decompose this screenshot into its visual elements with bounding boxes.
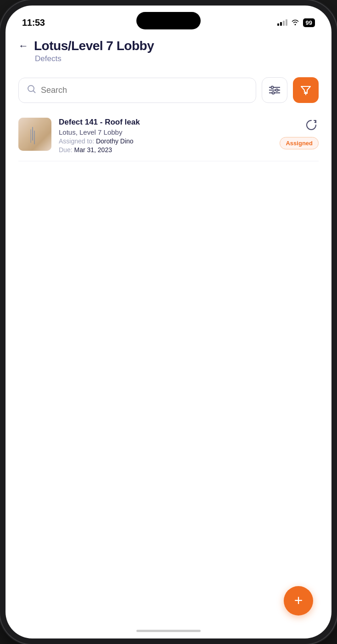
defect-due: Due: Mar 31, 2023 xyxy=(59,146,272,154)
svg-point-5 xyxy=(276,89,278,91)
search-icon xyxy=(27,85,36,96)
defect-info: Defect 141 - Roof leak Lotus, Level 7 Lo… xyxy=(59,118,272,154)
dynamic-island xyxy=(136,12,201,29)
status-time: 11:53 xyxy=(22,17,45,28)
back-button[interactable]: ← xyxy=(18,40,28,52)
signal-bar-4 xyxy=(286,19,287,26)
back-row: ← Lotus/Level 7 Lobby xyxy=(18,39,319,53)
signal-bar-2 xyxy=(280,22,282,26)
search-container[interactable] xyxy=(18,78,256,103)
status-icons: 99 xyxy=(277,18,315,27)
add-icon: + xyxy=(294,593,303,608)
main-content: ← Lotus/Level 7 Lobby Defects xyxy=(6,31,331,638)
active-filter-button[interactable] xyxy=(293,77,319,103)
defect-title: Defect 141 - Roof leak xyxy=(59,118,272,127)
defect-thumbnail xyxy=(18,118,51,151)
status-badge: Assigned xyxy=(280,137,319,149)
phone-frame: 11:53 99 xyxy=(0,0,337,644)
home-indicator xyxy=(136,630,201,632)
defect-card[interactable]: Defect 141 - Roof leak Lotus, Level 7 Lo… xyxy=(18,110,319,161)
filter-active-icon xyxy=(300,85,312,96)
defect-assigned: Assigned to: Dorothy Dino xyxy=(59,137,272,145)
defect-status-col: Assigned xyxy=(280,118,319,149)
filter-settings-button[interactable] xyxy=(262,77,287,103)
defect-location: Lotus, Level 7 Lobby xyxy=(59,128,272,136)
search-input[interactable] xyxy=(41,85,247,95)
due-label: Due: xyxy=(59,146,74,154)
sliders-icon xyxy=(269,85,280,95)
signal-bar-3 xyxy=(283,21,285,26)
add-defect-fab[interactable]: + xyxy=(284,586,313,616)
wifi-icon xyxy=(291,19,299,27)
signal-bars-icon xyxy=(277,19,287,26)
defect-image xyxy=(18,118,51,151)
header: ← Lotus/Level 7 Lobby Defects xyxy=(18,31,319,69)
page-subtitle: Defects xyxy=(35,54,319,63)
status-bar: 11:53 99 xyxy=(6,6,331,31)
signal-bar-1 xyxy=(277,23,279,26)
defect-list: Defect 141 - Roof leak Lotus, Level 7 Lo… xyxy=(18,110,319,638)
search-row xyxy=(18,77,319,103)
svg-point-6 xyxy=(272,92,275,94)
assigned-to: Dorothy Dino xyxy=(96,137,134,145)
page-title: Lotus/Level 7 Lobby xyxy=(34,39,154,53)
sync-icon xyxy=(304,118,319,132)
svg-point-4 xyxy=(271,86,274,89)
screen: 11:53 99 xyxy=(6,6,331,638)
assigned-label: Assigned to: xyxy=(59,137,96,145)
due-date: Mar 31, 2023 xyxy=(74,146,112,154)
battery-badge: 99 xyxy=(303,18,315,27)
